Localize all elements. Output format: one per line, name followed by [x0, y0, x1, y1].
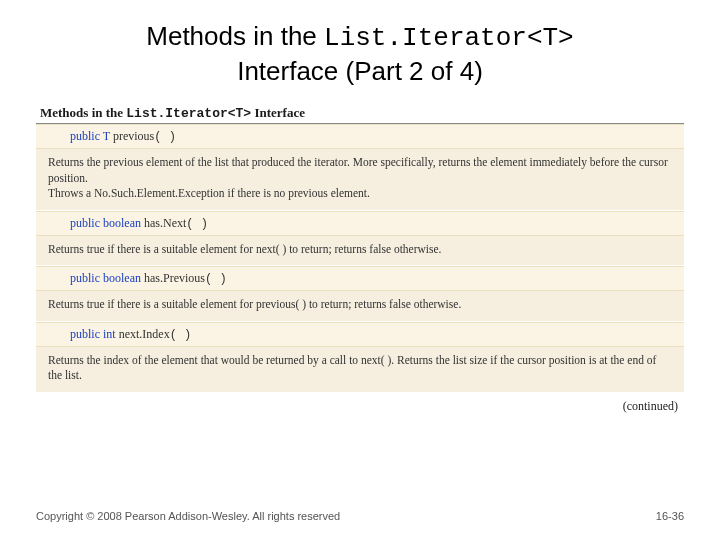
code-text: No.Such.Element.Exception: [94, 187, 225, 199]
desc-text: Throws a: [48, 187, 94, 199]
keyword: public: [70, 327, 100, 341]
desc-text: Returns: [48, 243, 87, 255]
keyword: public: [70, 129, 100, 143]
desc-text: to return; returns: [286, 243, 369, 255]
method-signature: public boolean has.Previous( ): [36, 266, 684, 291]
code-text: true: [87, 243, 105, 255]
method-name: has.Next: [144, 216, 186, 230]
title-pre: Methods in the: [146, 21, 324, 51]
code-text: previous( ): [256, 298, 306, 310]
code-text: false: [389, 298, 411, 310]
footer: Copyright © 2008 Pearson Addison-Wesley.…: [36, 510, 684, 522]
code-text: next( ): [361, 354, 391, 366]
copyright-text: Copyright © 2008 Pearson Addison-Wesley.…: [36, 510, 340, 522]
section-subhead: Methods in the List.Iterator<T> Interfac…: [36, 105, 684, 121]
parens: ( ): [205, 272, 227, 286]
desc-text: if there is no previous element.: [225, 187, 370, 199]
subhead-mono: List.Iterator<T>: [126, 106, 251, 121]
slide-title: Methods in the List.Iterator<T> Interfac…: [36, 20, 684, 87]
continued-label: (continued): [36, 393, 684, 414]
method-name: next.Index: [119, 327, 170, 341]
desc-text: Returns the index of the element that wo…: [48, 354, 361, 366]
code-text: next( ): [256, 243, 286, 255]
slide: Methods in the List.Iterator<T> Interfac…: [0, 0, 720, 414]
desc-text: if there is a suitable element for: [105, 298, 256, 310]
title-post: Interface (Part 2 of 4): [237, 56, 483, 86]
parens: ( ): [154, 130, 176, 144]
method-signature: public boolean has.Next( ): [36, 211, 684, 236]
method-name: has.Previous: [144, 271, 205, 285]
desc-text: if there is a suitable element for: [105, 243, 256, 255]
subhead-pre: Methods in the: [40, 105, 126, 120]
desc-text: otherwise.: [411, 298, 461, 310]
return-type: int: [103, 327, 116, 341]
method-signature: public T previous( ): [36, 124, 684, 149]
page-number: 16-36: [656, 510, 684, 522]
method-description: Returns the index of the element that wo…: [36, 347, 684, 393]
method-description: Returns the previous element of the list…: [36, 149, 684, 211]
title-mono: List.Iterator<T>: [324, 23, 574, 53]
method-name: previous: [113, 129, 154, 143]
return-type: boolean: [103, 271, 141, 285]
return-type: boolean: [103, 216, 141, 230]
return-type: T: [103, 129, 110, 143]
keyword: public: [70, 271, 100, 285]
code-text: false: [369, 243, 391, 255]
desc-text: Returns the previous element of the list…: [48, 156, 668, 184]
code-text: true: [87, 298, 105, 310]
parens: ( ): [186, 217, 208, 231]
parens: ( ): [170, 328, 192, 342]
method-description: Returns true if there is a suitable elem…: [36, 291, 684, 322]
method-description: Returns true if there is a suitable elem…: [36, 236, 684, 267]
keyword: public: [70, 216, 100, 230]
desc-text: otherwise.: [391, 243, 441, 255]
subhead-post: Interface: [251, 105, 305, 120]
desc-text: Returns: [48, 298, 87, 310]
method-signature: public int next.Index( ): [36, 322, 684, 347]
desc-text: to return; returns: [306, 298, 389, 310]
